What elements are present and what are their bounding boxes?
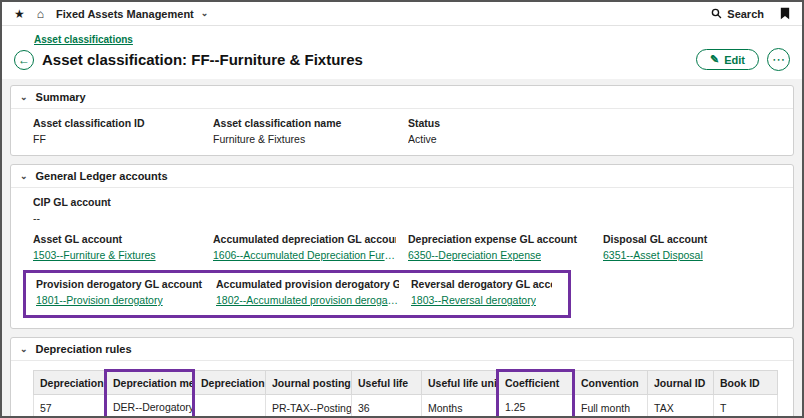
field-accumulated-depreciation-gl-account: Accumulated depreciation GL account 1606… bbox=[213, 233, 408, 263]
gl-account-link[interactable]: 1801--Provision derogatory bbox=[36, 294, 163, 306]
section-title: Summary bbox=[36, 91, 86, 103]
general-ledger-body: CIP GL account -- Asset GL account 1503-… bbox=[11, 188, 793, 328]
field-asset-classification-name: Asset classification name Furniture & Fi… bbox=[213, 117, 408, 145]
field-label: CIP GL account bbox=[33, 196, 759, 208]
column-header-depreciation-rate[interactable]: Depreciation rate ... bbox=[194, 371, 266, 395]
column-header-coefficient[interactable]: Coefficient bbox=[498, 371, 574, 395]
gl-account-link[interactable]: 1802--Accumulated provision derogatory bbox=[216, 294, 399, 306]
field-label: Accumulated depreciation GL account bbox=[213, 233, 396, 245]
field-cip-gl-account: CIP GL account -- bbox=[33, 196, 771, 224]
top-navigation-bar: ★ ⌂ Fixed Assets Management ⌄ Search bbox=[2, 2, 802, 26]
cell-depreciation-method: DER--Derogatory bbox=[106, 395, 194, 418]
app-name-label: Fixed Assets Management bbox=[56, 8, 194, 20]
gl-account-link[interactable]: 1803--Reversal derogatory bbox=[411, 294, 536, 306]
summary-section: ⌄ Summary Asset classification ID FF Ass… bbox=[10, 85, 794, 156]
header-actions: ✎ Edit ⋯ bbox=[696, 48, 790, 71]
status-value: Active bbox=[408, 133, 759, 145]
back-arrow-icon: ← bbox=[18, 53, 30, 67]
page-title: Asset classification: FF--Furniture & Fi… bbox=[42, 51, 363, 68]
depreciation-table-wrap: Depreciation ...↑ Depreciation method De… bbox=[11, 361, 793, 418]
section-title: Depreciation rules bbox=[36, 343, 132, 355]
cell-journal-id: TAX bbox=[648, 395, 714, 418]
more-actions-button[interactable]: ⋯ bbox=[767, 48, 790, 71]
section-title: General Ledger accounts bbox=[36, 170, 168, 182]
star-icon[interactable]: ★ bbox=[14, 8, 25, 20]
field-depreciation-expense-gl-account: Depreciation expense GL account 6350--De… bbox=[408, 233, 603, 263]
cell-coefficient: 1.25 bbox=[498, 395, 574, 418]
field-label: Provision derogatory GL account bbox=[36, 278, 204, 290]
field-provision-derogatory-gl-account: Provision derogatory GL account 1801--Pr… bbox=[36, 278, 216, 308]
field-status: Status Active bbox=[408, 117, 771, 145]
chevron-down-icon: ⌄ bbox=[20, 93, 28, 102]
field-label: Status bbox=[408, 117, 759, 129]
edit-button[interactable]: ✎ Edit bbox=[696, 49, 759, 70]
depreciation-rules-table: Depreciation ...↑ Depreciation method De… bbox=[33, 369, 778, 418]
field-label: Reversal derogatory GL account bbox=[411, 278, 552, 290]
general-ledger-section-header[interactable]: ⌄ General Ledger accounts bbox=[11, 165, 793, 188]
field-reversal-derogatory-gl-account: Reversal derogatory GL account 1803--Rev… bbox=[411, 278, 564, 308]
gl-account-link[interactable]: 1606--Accumulated Depreciation Furniture… bbox=[213, 249, 396, 261]
field-value: Furniture & Fixtures bbox=[213, 133, 396, 145]
edit-button-label: Edit bbox=[724, 54, 745, 66]
field-disposal-gl-account: Disposal GL account 6351--Asset Disposal bbox=[603, 233, 771, 263]
app-window: ★ ⌂ Fixed Assets Management ⌄ Search Ass… bbox=[0, 0, 804, 418]
search-icon bbox=[711, 8, 722, 19]
cell-book-id: T bbox=[714, 395, 778, 418]
gl-account-link[interactable]: 1503--Furniture & Fixtures bbox=[33, 249, 156, 261]
column-header-useful-life-units[interactable]: Useful life units bbox=[422, 371, 498, 395]
page-content: ⌄ Summary Asset classification ID FF Ass… bbox=[2, 79, 802, 418]
column-header-depreciation[interactable]: Depreciation ...↑ bbox=[34, 371, 106, 395]
cell-depreciation-rate bbox=[194, 395, 266, 418]
breadcrumb[interactable]: Asset classifications bbox=[34, 34, 133, 45]
table-header-row: Depreciation ...↑ Depreciation method De… bbox=[34, 371, 778, 395]
home-icon[interactable]: ⌂ bbox=[37, 8, 44, 20]
field-label: Asset classification name bbox=[213, 117, 396, 129]
field-label: Asset GL account bbox=[33, 233, 201, 245]
field-label: Depreciation expense GL account bbox=[408, 233, 591, 245]
column-header-journal-posting-rule[interactable]: Journal posting rule bbox=[266, 371, 352, 395]
cell-useful-life: 36 bbox=[352, 395, 422, 418]
app-switcher[interactable]: Fixed Assets Management ⌄ bbox=[56, 8, 208, 20]
bookmark-icon[interactable] bbox=[780, 7, 790, 20]
field-label: Asset classification ID bbox=[33, 117, 201, 129]
cell-journal-posting-rule: PR-TAX--PostingR... bbox=[266, 395, 352, 418]
cell-depreciation: 57 bbox=[34, 395, 106, 418]
column-header-label: Depreciation ... bbox=[40, 377, 106, 389]
summary-fields: Asset classification ID FF Asset classif… bbox=[11, 109, 793, 155]
page-header: Asset classifications ← Asset classifica… bbox=[2, 26, 802, 79]
field-value: -- bbox=[33, 212, 759, 224]
field-accumulated-provision-derogatory-gl-account: Accumulated provision derogatory GL acco… bbox=[216, 278, 411, 308]
field-asset-gl-account: Asset GL account 1503--Furniture & Fixtu… bbox=[33, 233, 213, 263]
column-header-journal-id[interactable]: Journal ID bbox=[648, 371, 714, 395]
cell-useful-life-units: Months bbox=[422, 395, 498, 418]
depreciation-rules-section: ⌄ Depreciation rules Depreciation ...↑ bbox=[10, 337, 794, 418]
field-label: Disposal GL account bbox=[603, 233, 759, 245]
field-value: FF bbox=[33, 133, 201, 145]
ellipsis-icon: ⋯ bbox=[772, 52, 785, 67]
field-asset-classification-id: Asset classification ID FF bbox=[33, 117, 213, 145]
search-button[interactable]: Search bbox=[711, 8, 764, 20]
table-row[interactable]: 57 DER--Derogatory PR-TAX--PostingR... 3… bbox=[34, 395, 778, 418]
summary-section-header[interactable]: ⌄ Summary bbox=[11, 86, 793, 109]
chevron-down-icon: ⌄ bbox=[201, 9, 209, 18]
search-label: Search bbox=[727, 8, 764, 20]
topbar-right-group: Search bbox=[711, 7, 790, 20]
chevron-down-icon: ⌄ bbox=[20, 172, 28, 181]
cell-convention: Full month bbox=[574, 395, 648, 418]
column-header-book-id[interactable]: Book ID bbox=[714, 371, 778, 395]
derogatory-accounts-highlight-box: Provision derogatory GL account 1801--Pr… bbox=[23, 270, 571, 318]
depreciation-rules-section-header[interactable]: ⌄ Depreciation rules bbox=[11, 338, 793, 361]
gl-account-link[interactable]: 6351--Asset Disposal bbox=[603, 249, 703, 261]
column-header-convention[interactable]: Convention bbox=[574, 371, 648, 395]
title-row: ← Asset classification: FF--Furniture & … bbox=[14, 48, 790, 71]
general-ledger-section: ⌄ General Ledger accounts CIP GL account… bbox=[10, 164, 794, 329]
column-header-useful-life[interactable]: Useful life bbox=[352, 371, 422, 395]
gl-accounts-row: Asset GL account 1503--Furniture & Fixtu… bbox=[33, 233, 771, 263]
back-button[interactable]: ← bbox=[14, 50, 34, 70]
pencil-icon: ✎ bbox=[710, 53, 719, 66]
gl-account-link[interactable]: 6350--Depreciation Expense bbox=[408, 249, 541, 261]
column-header-depreciation-method[interactable]: Depreciation method bbox=[106, 371, 194, 395]
chevron-down-icon: ⌄ bbox=[20, 345, 28, 354]
field-label: Accumulated provision derogatory GL acco… bbox=[216, 278, 399, 290]
